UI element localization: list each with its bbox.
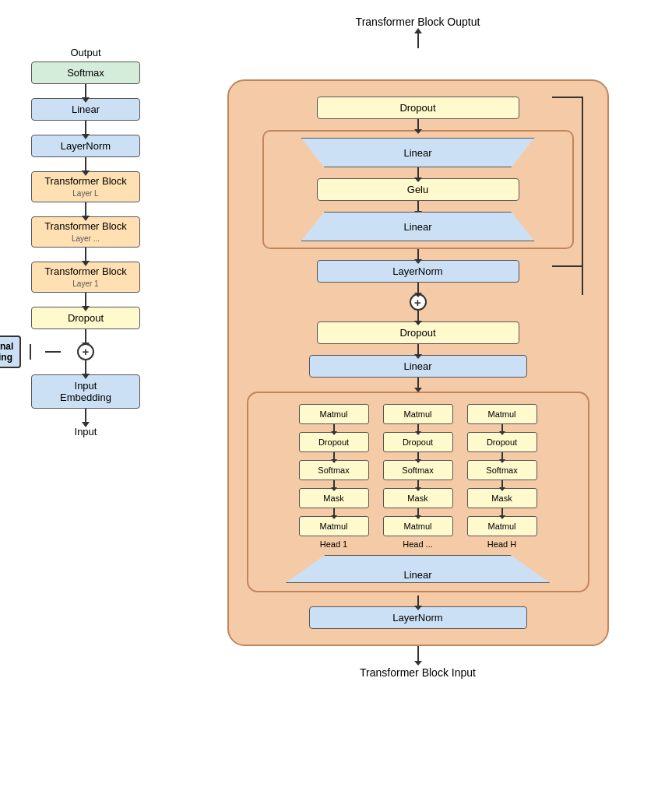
arrow: [417, 283, 419, 293]
arrow: [417, 595, 419, 606]
right-diagram: Transformer Block Ouptut Dropout Line: [171, 16, 664, 679]
arrow: [85, 329, 86, 343]
arrow: [501, 480, 503, 488]
arrow: [417, 378, 419, 388]
dropout-top-node: Dropout: [317, 97, 519, 119]
arrow: [417, 480, 419, 488]
matmul-top-h: Matmul: [467, 404, 537, 424]
arrow: [85, 248, 86, 262]
head-dots-col: Matmul Dropout Softmax Mask: [379, 404, 457, 552]
mha-container: Matmul Dropout Softmax Mask: [247, 392, 589, 592]
head-dots-label: Head ...: [403, 539, 433, 549]
arrow: [417, 311, 419, 321]
mha-linear-node: Linear: [286, 555, 551, 583]
arrow: [501, 452, 503, 460]
arrow: [501, 508, 503, 516]
transformer-block-input-label: Transformer Block Input: [360, 666, 476, 679]
arrow: [333, 480, 335, 488]
output-label: Output: [70, 47, 100, 58]
arrow: [417, 508, 419, 516]
head-1-label: Head 1: [320, 539, 347, 549]
input-embedding-node: InputEmbedding: [31, 374, 140, 409]
positional-encoding-node: PositionalEncoding: [0, 335, 21, 368]
linear-ffn2-node: Linear: [301, 138, 535, 167]
transformer-block-outer: Dropout Linear Gelu: [227, 79, 609, 646]
heads-row: Matmul Dropout Softmax Mask: [295, 404, 541, 552]
arrow: [85, 293, 86, 307]
arrow: [85, 121, 86, 135]
arrow: [501, 424, 503, 432]
arrow: [417, 119, 419, 130]
softmax-node: Softmax: [31, 61, 140, 84]
arrow: [417, 249, 419, 260]
arrow: [333, 452, 335, 460]
arrow: [85, 84, 86, 98]
arrow: [417, 167, 419, 178]
arrow: [417, 424, 419, 432]
input-label: Input: [75, 426, 97, 437]
matmul-top-dots: Matmul: [383, 404, 453, 424]
arrow: [333, 424, 335, 432]
transformer-block-output-label: Transformer Block Ouptut: [356, 16, 480, 28]
arrow: [417, 452, 419, 460]
arrow: [417, 344, 419, 355]
arrow: [333, 508, 335, 516]
arrow: [85, 202, 86, 216]
linear-ffn1-node: Linear: [301, 212, 535, 241]
arrow: [85, 409, 86, 423]
matmul-top-1: Matmul: [299, 404, 369, 424]
head-h-label: Head H: [487, 539, 516, 549]
arrow: [85, 157, 86, 171]
add-circle: +: [77, 343, 94, 360]
arrow: [417, 201, 419, 212]
arrow: [85, 360, 86, 374]
head-h-col: Matmul Dropout Softmax Mask: [463, 404, 541, 552]
head-1-col: Matmul Dropout Softmax Mask: [295, 404, 373, 552]
left-diagram: Output Softmax Linear LayerNorm Transfor…: [8, 16, 164, 679]
